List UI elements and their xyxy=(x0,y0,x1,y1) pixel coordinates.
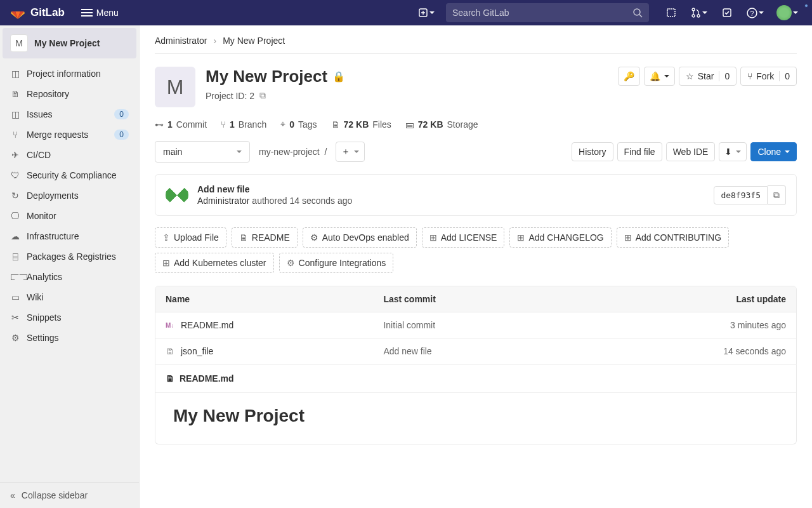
svg-rect-2 xyxy=(667,9,675,17)
sidebar-item-security[interactable]: 🛡Security & Compliance xyxy=(0,165,139,185)
table-row: M↓README.md Initial commit 3 minutes ago xyxy=(155,312,796,338)
sidebar: M My New Project ◫Project information 🗎R… xyxy=(0,25,140,508)
project-stats: ⊷1Commit ⑂1Branch ⌖0Tags 🗎72 KBFiles 🖴72… xyxy=(155,119,797,130)
storage-icon: 🖴 xyxy=(405,119,414,130)
merge-request-icon xyxy=(691,8,701,18)
stat-branches[interactable]: ⑂1Branch xyxy=(221,119,266,130)
chevron-down-icon xyxy=(354,150,359,153)
readme-header: 🗎 README.md xyxy=(155,364,796,393)
add-to-tree-button[interactable]: ＋ xyxy=(336,142,365,162)
file-link[interactable]: 🗎json_file xyxy=(166,346,363,356)
stat-commits[interactable]: ⊷1Commit xyxy=(155,119,207,130)
file-commit-msg[interactable]: Initial commit xyxy=(373,312,668,338)
issues-icon[interactable] xyxy=(660,2,682,23)
readme-panel: 🗎 README.md My New Project xyxy=(155,364,797,444)
menu-button[interactable]: Menu xyxy=(75,4,125,22)
deploy-icon: ↻ xyxy=(10,190,20,201)
copy-sha-button[interactable]: ⧉ xyxy=(768,185,786,205)
sidebar-item-project-information[interactable]: ◫Project information xyxy=(0,64,139,84)
badge: 0 xyxy=(114,109,129,119)
sidebar-item-merge-requests[interactable]: ⑂Merge requests0 xyxy=(0,124,139,145)
plus-box-icon xyxy=(418,8,428,18)
ssh-key-button[interactable]: 🔑 xyxy=(618,67,640,86)
file-link[interactable]: M↓README.md xyxy=(166,320,363,330)
sugg-auto-devops[interactable]: ⚙Auto DevOps enabled xyxy=(303,227,417,248)
hamburger-icon xyxy=(81,9,93,17)
sidebar-item-infrastructure[interactable]: ☁Infrastructure xyxy=(0,226,139,246)
project-title: My New Project 🔒 xyxy=(206,67,345,86)
history-button[interactable]: History xyxy=(572,142,613,161)
find-file-button[interactable]: Find file xyxy=(617,142,662,161)
chevron-down-icon xyxy=(664,75,669,77)
web-ide-button[interactable]: Web IDE xyxy=(666,142,716,161)
path-crumb[interactable]: my-new-project / xyxy=(255,147,331,157)
issues-icon: ◫ xyxy=(10,109,20,119)
sugg-add-changelog[interactable]: ⊞Add CHANGELOG xyxy=(509,227,611,248)
notification-button[interactable]: 🔔 xyxy=(644,67,675,86)
star-button[interactable]: ☆Star0 xyxy=(679,67,737,86)
copy-icon: ⧉ xyxy=(773,190,780,200)
sidebar-item-repository[interactable]: 🗎Repository xyxy=(0,84,139,104)
chevron-right-icon: › xyxy=(213,36,216,46)
sugg-upload-file[interactable]: ⇪Upload File xyxy=(155,227,226,248)
sidebar-project-name: My New Project xyxy=(34,38,100,48)
commit-title[interactable]: Add new file xyxy=(197,184,352,194)
sidebar-project-header[interactable]: M My New Project xyxy=(3,28,136,58)
breadcrumb-project[interactable]: My New Project xyxy=(223,36,285,46)
breadcrumb-admin[interactable]: Administrator xyxy=(155,36,207,46)
book-icon: ▭ xyxy=(10,292,20,302)
clone-button[interactable]: Clone xyxy=(750,142,797,161)
search-box[interactable] xyxy=(446,3,649,22)
sidebar-item-monitor[interactable]: 🖵Monitor xyxy=(0,206,139,226)
fork-icon: ⑂ xyxy=(747,71,752,81)
stat-files[interactable]: 🗎72 KBFiles xyxy=(331,119,391,130)
rocket-icon: ✈ xyxy=(10,150,20,160)
download-button[interactable]: ⬇ xyxy=(719,142,747,161)
gitlab-logo-icon[interactable] xyxy=(10,5,25,20)
sidebar-item-issues[interactable]: ◫Issues0 xyxy=(0,104,139,124)
help-dropdown[interactable]: ? xyxy=(743,5,768,21)
sidebar-item-analytics[interactable]: ⫍⫎Analytics xyxy=(0,267,139,287)
sidebar-item-settings[interactable]: ⚙Settings xyxy=(0,328,139,348)
collapse-sidebar[interactable]: « Collapse sidebar xyxy=(0,482,139,508)
doc-icon: 🗎 xyxy=(239,232,248,243)
todos-icon[interactable] xyxy=(716,2,738,23)
file-commit-msg[interactable]: Add new file xyxy=(373,338,668,364)
file-date: 14 seconds ago xyxy=(668,338,796,364)
copy-id-icon[interactable]: ⧉ xyxy=(259,90,266,101)
stat-storage[interactable]: 🖴72 KBStorage xyxy=(405,119,478,130)
sidebar-item-packages[interactable]: ⌸Packages & Registries xyxy=(0,246,139,267)
branch-selector[interactable]: main xyxy=(155,141,250,163)
sidebar-item-snippets[interactable]: ✂Snippets xyxy=(0,307,139,328)
svg-point-1 xyxy=(634,9,640,15)
file-table: Name Last commit Last update M↓README.md… xyxy=(155,286,797,364)
topbar: GitLab Menu ? xyxy=(0,0,812,25)
bell-icon: 🔔 xyxy=(650,71,660,81)
sugg-add-license[interactable]: ⊞Add LICENSE xyxy=(422,227,505,248)
commit-sha[interactable]: de8f93f5 xyxy=(714,186,768,204)
fork-button[interactable]: ⑂Fork0 xyxy=(740,67,797,86)
stat-tags[interactable]: ⌖0Tags xyxy=(280,119,317,130)
sugg-configure-integrations[interactable]: ⚙Configure Integrations xyxy=(279,253,394,273)
file-icon: 🗎 xyxy=(331,119,340,130)
sidebar-item-deployments[interactable]: ↻Deployments xyxy=(0,185,139,206)
sugg-add-kubernetes[interactable]: ⊞Add Kubernetes cluster xyxy=(155,253,274,273)
sugg-add-contributing[interactable]: ⊞Add CONTRIBUTING xyxy=(617,227,729,248)
sidebar-item-cicd[interactable]: ✈CI/CD xyxy=(0,145,139,165)
collapse-icon: « xyxy=(10,490,15,500)
gear-icon: ⚙ xyxy=(310,232,318,243)
sidebar-nav: ◫Project information 🗎Repository ◫Issues… xyxy=(0,58,139,482)
sidebar-item-wiki[interactable]: ▭Wiki xyxy=(0,287,139,307)
user-menu[interactable] xyxy=(773,3,802,23)
tag-icon: ⌖ xyxy=(280,119,285,130)
sugg-readme[interactable]: 🗎README xyxy=(232,227,298,248)
scissors-icon: ✂ xyxy=(10,312,20,323)
create-new-dropdown[interactable] xyxy=(414,5,438,20)
chevron-down-icon xyxy=(793,11,798,14)
merge-requests-dropdown[interactable] xyxy=(687,5,711,20)
project-id: Project ID: 2 ⧉ xyxy=(206,90,345,101)
search-input[interactable] xyxy=(452,8,632,18)
download-icon: ⬇ xyxy=(724,147,732,157)
brand[interactable]: GitLab xyxy=(30,6,65,19)
gear-icon: ⚙ xyxy=(287,258,295,268)
